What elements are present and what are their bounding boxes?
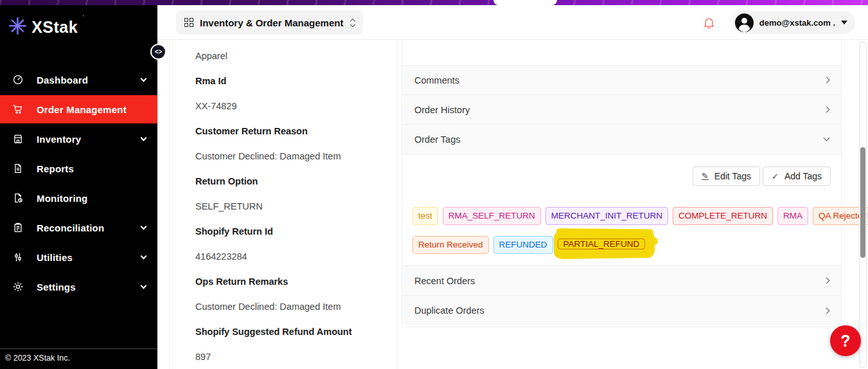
vertical-scrollbar[interactable]	[859, 41, 867, 368]
monitoring-icon	[12, 192, 24, 204]
xstak-logo-text: XStak	[31, 14, 78, 40]
chevron-down-icon	[141, 75, 147, 82]
sidebar-item-reports[interactable]: Reports	[0, 154, 157, 183]
chevron-down-icon	[141, 282, 147, 289]
notification-bell-icon[interactable]	[702, 16, 716, 30]
accordion-label: Order Tags	[414, 134, 460, 145]
tags-toolbar: ✎ Edit Tags ✓ Add Tags	[412, 166, 831, 186]
sidebar-item-order-management[interactable]: Order Management	[0, 95, 157, 123]
highlighted-tag-wrap: PARTIAL_REFUND	[558, 236, 646, 254]
sidebar-item-inventory[interactable]: Inventory	[0, 125, 157, 153]
cart-icon	[12, 104, 24, 115]
accordion-label: Comments	[414, 75, 459, 86]
sidebar-item-label: Reconciliation	[37, 222, 141, 233]
detail-label: Shopify Suggested Refund Amount	[195, 319, 390, 344]
sidebar-item-settings[interactable]: Settings	[0, 273, 157, 301]
sidebar-item-label: Reports	[37, 163, 146, 174]
user-menu[interactable]: demo@xstak.com .	[732, 11, 855, 34]
detail-value: Customer Declined: Damaged Item	[195, 294, 390, 319]
order-tag[interactable]: Return Received	[412, 236, 489, 254]
caret-down-icon	[841, 21, 847, 24]
select-arrows-icon	[351, 19, 355, 26]
sidebar-item-label: Order Management	[37, 104, 146, 115]
sidebar-menu: Dashboard Order Management Inventory Rep…	[0, 66, 157, 301]
detail-label: Ops Return Remarks	[195, 269, 390, 294]
add-tags-button[interactable]: ✓ Add Tags	[763, 166, 831, 186]
xstak-logo-icon: ✳	[8, 14, 27, 39]
accordion-spacer	[402, 40, 841, 66]
sidebar-item-dashboard[interactable]: Dashboard	[0, 66, 157, 94]
tags-row-1: test RMA_SELF_RETURN MERCHANT_INIT_RETUR…	[412, 207, 831, 225]
detail-label: Rma Id	[195, 68, 390, 93]
sidebar-item-label: Dashboard	[37, 75, 141, 86]
detail-value: 4164223284	[195, 244, 390, 269]
chevron-right-icon	[824, 278, 830, 284]
settings-icon	[12, 281, 24, 292]
detail-label: Return Option	[195, 168, 390, 194]
banner-notch	[493, 0, 557, 5]
sidebar-item-label: Inventory	[37, 134, 141, 145]
order-tag[interactable]: RMA	[777, 207, 808, 225]
topbar: Inventory & Order Management demo@xstak.…	[157, 5, 868, 40]
accordion-label: Duplicate Orders	[414, 305, 484, 316]
order-tag[interactable]: MERCHANT_INIT_RETURN	[545, 207, 668, 225]
chevron-right-icon	[824, 307, 830, 314]
accordion-duplicate-orders[interactable]: Duplicate Orders	[402, 296, 841, 325]
accordion-label: Recent Orders	[414, 276, 475, 286]
detail-value: XX-74829	[195, 93, 390, 118]
xstak-logo[interactable]: ✳ XStak ˙	[8, 14, 85, 40]
utilities-icon	[12, 251, 24, 263]
order-sections-accordion: Comments Order History Order Tags ✎ Edit…	[402, 40, 842, 327]
avatar	[735, 14, 754, 32]
sidebar: ✳ XStak ˙ Dashboard Order Management Inv…	[0, 5, 157, 369]
help-button[interactable]: ?	[830, 325, 861, 356]
sidebar-item-monitoring[interactable]: Monitoring	[0, 184, 157, 212]
app-switcher[interactable]: Inventory & Order Management	[176, 10, 363, 35]
add-tags-label: Add Tags	[784, 171, 822, 181]
top-banner	[0, 0, 868, 5]
sidebar-collapse-toggle[interactable]: <>	[150, 44, 166, 60]
order-tag[interactable]: test	[412, 207, 438, 225]
sidebar-item-label: Settings	[37, 282, 141, 292]
sidebar-item-label: Monitoring	[37, 193, 146, 204]
edit-tags-button[interactable]: ✎ Edit Tags	[693, 166, 760, 186]
sidebar-item-reconciliation[interactable]: Reconciliation	[0, 213, 157, 242]
order-tag[interactable]: REFUNDED	[493, 236, 553, 254]
scrollbar-thumb[interactable]	[860, 147, 865, 258]
app-switcher-label: Inventory & Order Management	[200, 17, 343, 28]
order-tag[interactable]: RMA_SELF_RETURN	[443, 207, 541, 225]
tags-row-2: Return Received REFUNDED PARTIAL_REFUND	[412, 236, 831, 254]
sidebar-item-label: Utilities	[37, 252, 141, 263]
detail-label: Shopify Return Id	[195, 219, 390, 244]
dashboard-icon	[12, 74, 24, 86]
reports-icon	[12, 163, 24, 174]
logo-trademark-dot: ˙	[82, 14, 85, 23]
accordion-order-history[interactable]: Order History	[402, 95, 841, 125]
store-icon	[12, 133, 24, 145]
topbar-right: demo@xstak.com .	[702, 5, 855, 40]
detail-label: Customer Return Reason	[195, 118, 390, 143]
return-details-panel: Apparel Rma Id XX-74829 Customer Return …	[169, 40, 397, 369]
user-email: demo@xstak.com .	[759, 18, 835, 28]
reconciliation-icon	[12, 222, 24, 233]
accordion-recent-orders[interactable]: Recent Orders	[402, 266, 841, 296]
edit-tags-label: Edit Tags	[714, 171, 751, 181]
chevron-right-icon	[824, 77, 830, 84]
sidebar-footer-copyright: © 2023 XStak Inc.	[0, 348, 157, 369]
accordion-label: Order History	[414, 105, 470, 115]
chevron-down-icon	[141, 134, 147, 141]
detail-value: Customer Declined: Damaged Item	[195, 143, 390, 168]
accordion-order-tags[interactable]: Order Tags	[402, 125, 841, 154]
accordion-comments[interactable]: Comments	[402, 66, 841, 95]
apps-grid-icon	[184, 18, 193, 27]
check-icon: ✓	[772, 172, 779, 181]
sidebar-item-utilities[interactable]: Utilities	[0, 243, 157, 271]
chevron-down-icon	[141, 223, 147, 230]
detail-value: Apparel	[195, 43, 390, 68]
chevron-right-icon	[824, 107, 830, 113]
order-tags-content: ✎ Edit Tags ✓ Add Tags test RMA_SELF_RET…	[402, 154, 841, 266]
order-tag-partial-refund[interactable]: PARTIAL_REFUND	[558, 239, 646, 249]
order-tag[interactable]: COMPLETE_RETURN	[673, 207, 773, 225]
detail-value: SELF_RETURN	[195, 194, 390, 219]
detail-value: 897	[195, 344, 390, 369]
